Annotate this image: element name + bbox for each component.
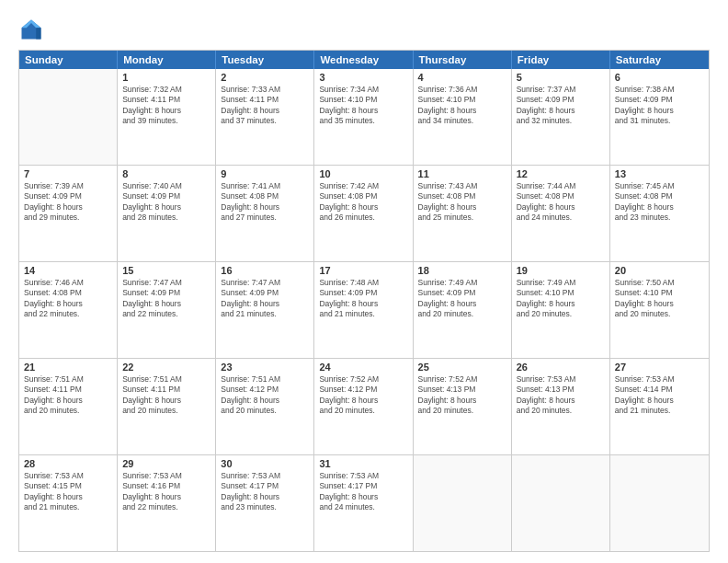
- calendar-day-5: 5Sunrise: 7:37 AMSunset: 4:09 PMDaylight…: [512, 69, 610, 165]
- cell-info-line: Sunset: 4:08 PM: [517, 191, 605, 201]
- cell-info-line: Sunrise: 7:39 AM: [24, 181, 112, 191]
- cell-info-line: Daylight: 8 hours: [615, 202, 704, 213]
- day-number: 26: [517, 362, 605, 373]
- header-day-sunday: Sunday: [19, 51, 118, 69]
- header: [18, 17, 710, 42]
- cell-info-line: Sunrise: 7:43 AM: [418, 181, 506, 191]
- day-number: 6: [615, 72, 704, 83]
- calendar-header-row: SundayMondayTuesdayWednesdayThursdayFrid…: [19, 51, 709, 69]
- cell-info-line: Sunrise: 7:36 AM: [418, 85, 506, 95]
- calendar-day-19: 19Sunrise: 7:49 AMSunset: 4:10 PMDayligh…: [512, 262, 610, 358]
- cell-info-line: Sunrise: 7:34 AM: [319, 85, 407, 95]
- calendar-day-2: 2Sunrise: 7:33 AMSunset: 4:11 PMDaylight…: [216, 69, 314, 165]
- cell-info-line: Sunrise: 7:48 AM: [319, 278, 407, 288]
- cell-info-line: Sunset: 4:13 PM: [418, 385, 506, 395]
- cell-info-line: Daylight: 8 hours: [319, 396, 407, 406]
- day-number: 23: [221, 362, 309, 373]
- cell-info-line: and 21 minutes.: [221, 309, 309, 319]
- calendar-day-8: 8Sunrise: 7:40 AMSunset: 4:09 PMDaylight…: [118, 166, 216, 261]
- calendar: SundayMondayTuesdayWednesdayThursdayFrid…: [18, 50, 710, 552]
- cell-info-line: Sunrise: 7:52 AM: [418, 374, 506, 385]
- cell-info-line: and 22 minutes.: [122, 502, 210, 512]
- cell-info-line: Sunset: 4:08 PM: [24, 288, 112, 298]
- day-number: 29: [122, 458, 210, 469]
- calendar-day-14: 14Sunrise: 7:46 AMSunset: 4:08 PMDayligh…: [19, 262, 118, 358]
- day-number: 19: [517, 265, 605, 276]
- calendar-day-24: 24Sunrise: 7:52 AMSunset: 4:12 PMDayligh…: [314, 359, 413, 454]
- calendar-day-10: 10Sunrise: 7:42 AMSunset: 4:08 PMDayligh…: [314, 166, 413, 261]
- cell-info-line: Sunset: 4:08 PM: [221, 191, 309, 201]
- calendar-day-17: 17Sunrise: 7:48 AMSunset: 4:09 PMDayligh…: [314, 262, 413, 358]
- cell-info-line: Sunset: 4:12 PM: [319, 385, 407, 395]
- day-number: 22: [122, 362, 210, 373]
- day-number: 16: [221, 265, 309, 276]
- cell-info-line: Daylight: 8 hours: [615, 396, 704, 406]
- calendar-day-31: 31Sunrise: 7:53 AMSunset: 4:17 PMDayligh…: [314, 455, 413, 551]
- cell-info-line: Sunrise: 7:47 AM: [122, 278, 210, 288]
- cell-info-line: and 20 minutes.: [418, 406, 506, 416]
- day-number: 8: [122, 168, 210, 179]
- empty-cell: [414, 455, 512, 551]
- cell-info-line: Daylight: 8 hours: [122, 202, 210, 213]
- cell-info-line: and 23 minutes.: [615, 213, 704, 223]
- cell-info-line: Sunset: 4:11 PM: [221, 95, 309, 105]
- calendar-day-28: 28Sunrise: 7:53 AMSunset: 4:15 PMDayligh…: [19, 455, 118, 551]
- cell-info-line: Sunrise: 7:53 AM: [517, 374, 605, 385]
- cell-info-line: Daylight: 8 hours: [517, 299, 605, 309]
- cell-info-line: Daylight: 8 hours: [319, 106, 407, 116]
- day-number: 13: [615, 168, 704, 179]
- cell-info-line: Sunset: 4:08 PM: [418, 191, 506, 201]
- calendar-day-7: 7Sunrise: 7:39 AMSunset: 4:09 PMDaylight…: [19, 166, 118, 261]
- cell-info-line: Sunrise: 7:33 AM: [221, 85, 309, 95]
- calendar-day-11: 11Sunrise: 7:43 AMSunset: 4:08 PMDayligh…: [414, 166, 512, 261]
- cell-info-line: Daylight: 8 hours: [24, 492, 112, 502]
- day-number: 31: [319, 458, 407, 469]
- cell-info-line: Sunrise: 7:42 AM: [319, 181, 407, 191]
- cell-info-line: Sunrise: 7:51 AM: [221, 374, 309, 385]
- cell-info-line: and 20 minutes.: [24, 406, 112, 416]
- empty-cell: [512, 455, 610, 551]
- day-number: 14: [24, 265, 112, 276]
- cell-info-line: Daylight: 8 hours: [418, 106, 506, 116]
- day-number: 25: [418, 362, 506, 373]
- cell-info-line: Sunset: 4:10 PM: [319, 95, 407, 105]
- calendar-week-4: 21Sunrise: 7:51 AMSunset: 4:11 PMDayligh…: [19, 359, 709, 455]
- cell-info-line: Daylight: 8 hours: [319, 202, 407, 213]
- cell-info-line: Daylight: 8 hours: [517, 396, 605, 406]
- cell-info-line: Sunrise: 7:53 AM: [24, 471, 112, 481]
- cell-info-line: Daylight: 8 hours: [418, 299, 506, 309]
- cell-info-line: Sunset: 4:11 PM: [122, 95, 210, 105]
- svg-marker-2: [36, 28, 40, 39]
- cell-info-line: Daylight: 8 hours: [221, 106, 309, 116]
- cell-info-line: Sunset: 4:17 PM: [319, 481, 407, 491]
- calendar-day-25: 25Sunrise: 7:52 AMSunset: 4:13 PMDayligh…: [414, 359, 512, 454]
- cell-info-line: and 22 minutes.: [24, 309, 112, 319]
- cell-info-line: and 20 minutes.: [122, 406, 210, 416]
- calendar-day-27: 27Sunrise: 7:53 AMSunset: 4:14 PMDayligh…: [610, 359, 709, 454]
- cell-info-line: and 22 minutes.: [122, 309, 210, 319]
- cell-info-line: Daylight: 8 hours: [319, 492, 407, 502]
- day-number: 27: [615, 362, 704, 373]
- cell-info-line: and 28 minutes.: [122, 213, 210, 223]
- calendar-day-26: 26Sunrise: 7:53 AMSunset: 4:13 PMDayligh…: [512, 359, 610, 454]
- calendar-day-30: 30Sunrise: 7:53 AMSunset: 4:17 PMDayligh…: [216, 455, 314, 551]
- page: SundayMondayTuesdayWednesdayThursdayFrid…: [0, 0, 728, 563]
- cell-info-line: Sunset: 4:10 PM: [615, 288, 704, 298]
- cell-info-line: Sunrise: 7:49 AM: [418, 278, 506, 288]
- empty-cell: [19, 69, 118, 165]
- cell-info-line: and 32 minutes.: [517, 116, 605, 126]
- cell-info-line: Daylight: 8 hours: [24, 396, 112, 406]
- calendar-day-20: 20Sunrise: 7:50 AMSunset: 4:10 PMDayligh…: [610, 262, 709, 358]
- cell-info-line: Daylight: 8 hours: [517, 202, 605, 213]
- day-number: 12: [517, 168, 605, 179]
- cell-info-line: and 23 minutes.: [221, 502, 309, 512]
- calendar-day-21: 21Sunrise: 7:51 AMSunset: 4:11 PMDayligh…: [19, 359, 118, 454]
- logo-icon: [18, 17, 44, 42]
- cell-info-line: Sunset: 4:16 PM: [122, 481, 210, 491]
- cell-info-line: Sunset: 4:10 PM: [517, 288, 605, 298]
- calendar-day-3: 3Sunrise: 7:34 AMSunset: 4:10 PMDaylight…: [314, 69, 413, 165]
- cell-info-line: Daylight: 8 hours: [24, 202, 112, 213]
- cell-info-line: and 24 minutes.: [517, 213, 605, 223]
- cell-info-line: Daylight: 8 hours: [319, 299, 407, 309]
- calendar-day-16: 16Sunrise: 7:47 AMSunset: 4:09 PMDayligh…: [216, 262, 314, 358]
